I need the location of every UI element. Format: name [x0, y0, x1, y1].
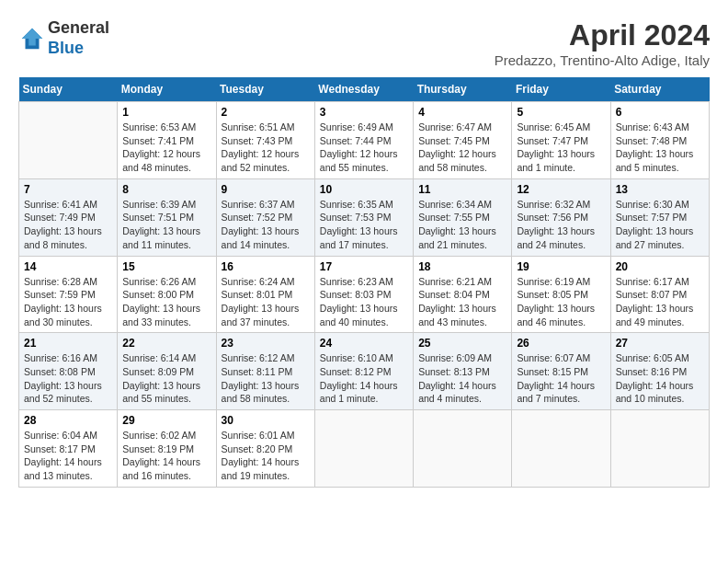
month-year: April 2024	[495, 18, 710, 52]
calendar-day-cell: 23Sunrise: 6:12 AMSunset: 8:11 PMDayligh…	[216, 333, 314, 410]
calendar-day-cell	[314, 410, 413, 488]
calendar-day-cell: 24Sunrise: 6:10 AMSunset: 8:12 PMDayligh…	[314, 333, 413, 410]
calendar-week-row: 7Sunrise: 6:41 AMSunset: 7:49 PMDaylight…	[19, 178, 710, 256]
page-header: General Blue April 2024 Predazzo, Trenti…	[18, 18, 710, 68]
day-number: 9	[222, 183, 310, 196]
day-info: Sunrise: 6:07 AMSunset: 8:15 PMDaylight:…	[517, 351, 605, 406]
day-number: 14	[24, 260, 112, 273]
day-number: 10	[320, 183, 408, 196]
calendar-day-cell: 14Sunrise: 6:28 AMSunset: 7:59 PMDayligh…	[19, 256, 118, 333]
day-number: 30	[222, 414, 310, 427]
day-info: Sunrise: 6:51 AMSunset: 7:43 PMDaylight:…	[222, 121, 310, 175]
calendar-day-cell: 20Sunrise: 6:17 AMSunset: 8:07 PMDayligh…	[610, 256, 709, 333]
calendar-day-cell: 13Sunrise: 6:30 AMSunset: 7:57 PMDayligh…	[610, 178, 709, 256]
day-info: Sunrise: 6:43 AMSunset: 7:48 PMDaylight:…	[616, 121, 704, 175]
day-number: 6	[616, 106, 704, 119]
day-number: 16	[222, 260, 310, 273]
calendar-day-cell: 15Sunrise: 6:26 AMSunset: 8:00 PMDayligh…	[118, 256, 216, 333]
calendar-table: SundayMondayTuesdayWednesdayThursdayFrid…	[18, 77, 710, 488]
day-number: 21	[24, 337, 112, 350]
location: Predazzo, Trentino-Alto Adige, Italy	[495, 52, 710, 68]
day-info: Sunrise: 6:10 AMSunset: 8:12 PMDaylight:…	[320, 351, 408, 406]
day-of-week-header: Sunday	[19, 77, 118, 102]
day-info: Sunrise: 6:26 AMSunset: 8:00 PMDaylight:…	[122, 275, 210, 329]
day-of-week-header: Saturday	[610, 77, 709, 102]
day-of-week-header: Tuesday	[216, 77, 314, 102]
calendar-day-cell: 11Sunrise: 6:34 AMSunset: 7:55 PMDayligh…	[414, 178, 512, 256]
calendar-day-cell: 4Sunrise: 6:47 AMSunset: 7:45 PMDaylight…	[414, 102, 512, 179]
calendar-day-cell: 22Sunrise: 6:14 AMSunset: 8:09 PMDayligh…	[118, 333, 216, 410]
calendar-day-cell: 9Sunrise: 6:37 AMSunset: 7:52 PMDaylight…	[216, 178, 314, 256]
title-block: April 2024 Predazzo, Trentino-Alto Adige…	[495, 18, 710, 68]
calendar-week-row: 21Sunrise: 6:16 AMSunset: 8:08 PMDayligh…	[19, 333, 710, 410]
day-of-week-header: Friday	[512, 77, 610, 102]
calendar-day-cell: 28Sunrise: 6:04 AMSunset: 8:17 PMDayligh…	[19, 410, 118, 488]
day-info: Sunrise: 6:24 AMSunset: 8:01 PMDaylight:…	[222, 275, 310, 329]
day-info: Sunrise: 6:49 AMSunset: 7:44 PMDaylight:…	[320, 121, 408, 175]
day-number: 15	[122, 260, 210, 273]
calendar-day-cell: 2Sunrise: 6:51 AMSunset: 7:43 PMDaylight…	[216, 102, 314, 179]
logo: General Blue	[18, 18, 109, 58]
logo-line1: General	[48, 18, 109, 39]
day-number: 17	[320, 260, 408, 273]
day-number: 23	[222, 337, 310, 350]
day-number: 2	[222, 106, 310, 119]
calendar-day-cell: 12Sunrise: 6:32 AMSunset: 7:56 PMDayligh…	[512, 178, 610, 256]
calendar-day-cell: 3Sunrise: 6:49 AMSunset: 7:44 PMDaylight…	[314, 102, 413, 179]
day-number: 7	[24, 183, 112, 196]
day-info: Sunrise: 6:04 AMSunset: 8:17 PMDaylight:…	[24, 429, 112, 483]
calendar-day-cell: 17Sunrise: 6:23 AMSunset: 8:03 PMDayligh…	[314, 256, 413, 333]
calendar-day-cell	[19, 102, 118, 179]
day-info: Sunrise: 6:35 AMSunset: 7:53 PMDaylight:…	[320, 198, 408, 252]
calendar-day-cell	[414, 410, 512, 488]
day-number: 5	[517, 106, 605, 119]
calendar-day-cell: 25Sunrise: 6:09 AMSunset: 8:13 PMDayligh…	[414, 333, 512, 410]
calendar-day-cell: 18Sunrise: 6:21 AMSunset: 8:04 PMDayligh…	[414, 256, 512, 333]
calendar-day-cell: 29Sunrise: 6:02 AMSunset: 8:19 PMDayligh…	[118, 410, 216, 488]
day-number: 26	[517, 337, 605, 350]
calendar-day-cell: 7Sunrise: 6:41 AMSunset: 7:49 PMDaylight…	[19, 178, 118, 256]
day-number: 12	[517, 183, 605, 196]
calendar-day-cell	[610, 410, 709, 488]
calendar-week-row: 28Sunrise: 6:04 AMSunset: 8:17 PMDayligh…	[19, 410, 710, 488]
day-info: Sunrise: 6:17 AMSunset: 8:07 PMDaylight:…	[616, 275, 704, 329]
calendar-day-cell: 27Sunrise: 6:05 AMSunset: 8:16 PMDayligh…	[610, 333, 709, 410]
day-number: 28	[24, 414, 112, 427]
calendar-week-row: 14Sunrise: 6:28 AMSunset: 7:59 PMDayligh…	[19, 256, 710, 333]
day-info: Sunrise: 6:21 AMSunset: 8:04 PMDaylight:…	[418, 275, 506, 329]
day-number: 11	[418, 183, 506, 196]
day-info: Sunrise: 6:30 AMSunset: 7:57 PMDaylight:…	[616, 198, 704, 252]
day-info: Sunrise: 6:34 AMSunset: 7:55 PMDaylight:…	[418, 198, 506, 252]
calendar-day-cell	[512, 410, 610, 488]
day-number: 19	[517, 260, 605, 273]
day-info: Sunrise: 6:28 AMSunset: 7:59 PMDaylight:…	[24, 275, 112, 329]
day-info: Sunrise: 6:19 AMSunset: 8:05 PMDaylight:…	[517, 275, 605, 329]
day-number: 20	[616, 260, 704, 273]
calendar-day-cell: 21Sunrise: 6:16 AMSunset: 8:08 PMDayligh…	[19, 333, 118, 410]
calendar-week-row: 1Sunrise: 6:53 AMSunset: 7:41 PMDaylight…	[19, 102, 710, 179]
day-info: Sunrise: 6:32 AMSunset: 7:56 PMDaylight:…	[517, 198, 605, 252]
day-number: 24	[320, 337, 408, 350]
calendar-day-cell: 10Sunrise: 6:35 AMSunset: 7:53 PMDayligh…	[314, 178, 413, 256]
day-info: Sunrise: 6:05 AMSunset: 8:16 PMDaylight:…	[616, 351, 704, 406]
day-info: Sunrise: 6:14 AMSunset: 8:09 PMDaylight:…	[122, 351, 210, 406]
calendar-day-cell: 19Sunrise: 6:19 AMSunset: 8:05 PMDayligh…	[512, 256, 610, 333]
day-info: Sunrise: 6:41 AMSunset: 7:49 PMDaylight:…	[24, 198, 112, 252]
day-info: Sunrise: 6:23 AMSunset: 8:03 PMDaylight:…	[320, 275, 408, 329]
day-of-week-header: Thursday	[414, 77, 512, 102]
calendar-day-cell: 8Sunrise: 6:39 AMSunset: 7:51 PMDaylight…	[118, 178, 216, 256]
calendar-day-cell: 5Sunrise: 6:45 AMSunset: 7:47 PMDaylight…	[512, 102, 610, 179]
day-info: Sunrise: 6:16 AMSunset: 8:08 PMDaylight:…	[24, 351, 112, 406]
day-number: 13	[616, 183, 704, 196]
day-info: Sunrise: 6:45 AMSunset: 7:47 PMDaylight:…	[517, 121, 605, 175]
day-info: Sunrise: 6:47 AMSunset: 7:45 PMDaylight:…	[418, 121, 506, 175]
header-row: SundayMondayTuesdayWednesdayThursdayFrid…	[19, 77, 710, 102]
day-number: 4	[418, 106, 506, 119]
day-number: 8	[122, 183, 210, 196]
calendar-day-cell: 1Sunrise: 6:53 AMSunset: 7:41 PMDaylight…	[118, 102, 216, 179]
day-number: 22	[122, 337, 210, 350]
calendar-day-cell: 30Sunrise: 6:01 AMSunset: 8:20 PMDayligh…	[216, 410, 314, 488]
calendar-day-cell: 26Sunrise: 6:07 AMSunset: 8:15 PMDayligh…	[512, 333, 610, 410]
calendar-day-cell: 6Sunrise: 6:43 AMSunset: 7:48 PMDaylight…	[610, 102, 709, 179]
day-info: Sunrise: 6:39 AMSunset: 7:51 PMDaylight:…	[122, 198, 210, 252]
